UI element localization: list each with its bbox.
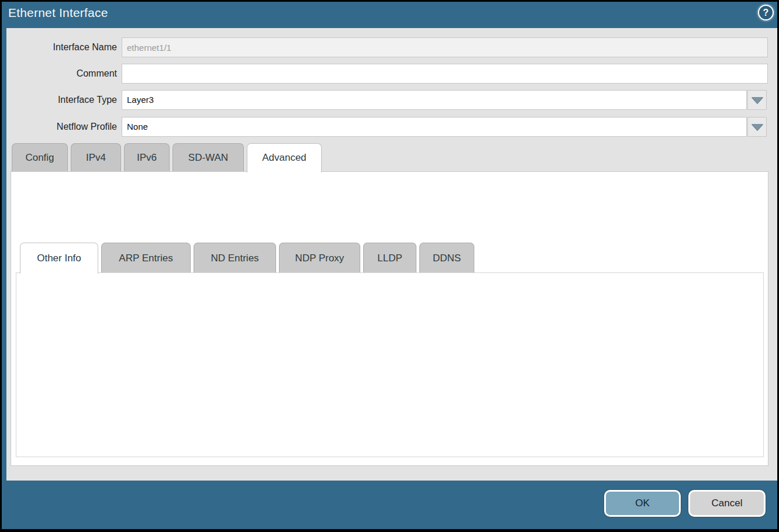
netflow-profile-dropdown-button[interactable] — [747, 117, 767, 137]
netflow-profile-label: Netflow Profile — [0, 122, 117, 132]
ok-button[interactable]: OK — [604, 490, 681, 517]
tab-lldp[interactable]: LLDP — [363, 243, 416, 272]
tab-ddns[interactable]: DDNS — [419, 243, 474, 272]
tab-nd-entries[interactable]: ND Entries — [194, 243, 276, 272]
interface-name-field — [122, 37, 768, 57]
dialog-title: Ethernet Interface — [8, 6, 108, 20]
tab-arp-entries[interactable]: ARP Entries — [101, 243, 191, 272]
other-info-tab-panel — [16, 272, 764, 457]
tab-ipv4[interactable]: IPv4 — [71, 143, 121, 171]
tab-ipv6[interactable]: IPv6 — [124, 143, 170, 171]
interface-type-label: Interface Type — [0, 95, 117, 105]
tab-advanced[interactable]: Advanced — [247, 143, 322, 172]
cancel-button[interactable]: Cancel — [688, 490, 766, 517]
tab-config[interactable]: Config — [12, 143, 68, 171]
interface-type-select[interactable]: Layer3 — [122, 90, 747, 110]
chevron-down-icon — [752, 97, 763, 103]
interface-name-label: Interface Name — [0, 42, 117, 53]
comment-field[interactable] — [122, 64, 768, 84]
tab-ndp-proxy[interactable]: NDP Proxy — [279, 243, 360, 272]
comment-label: Comment — [0, 68, 117, 79]
tab-other-info[interactable]: Other Info — [20, 243, 98, 274]
help-icon[interactable]: ? — [758, 5, 774, 20]
tab-sdwan[interactable]: SD-WAN — [173, 143, 244, 171]
netflow-profile-select[interactable]: None — [122, 117, 747, 137]
ethernet-interface-dialog: Ethernet Interface ? Interface Name Comm… — [0, 0, 779, 532]
chevron-down-icon — [752, 124, 763, 130]
interface-type-dropdown-button[interactable] — [747, 90, 767, 110]
